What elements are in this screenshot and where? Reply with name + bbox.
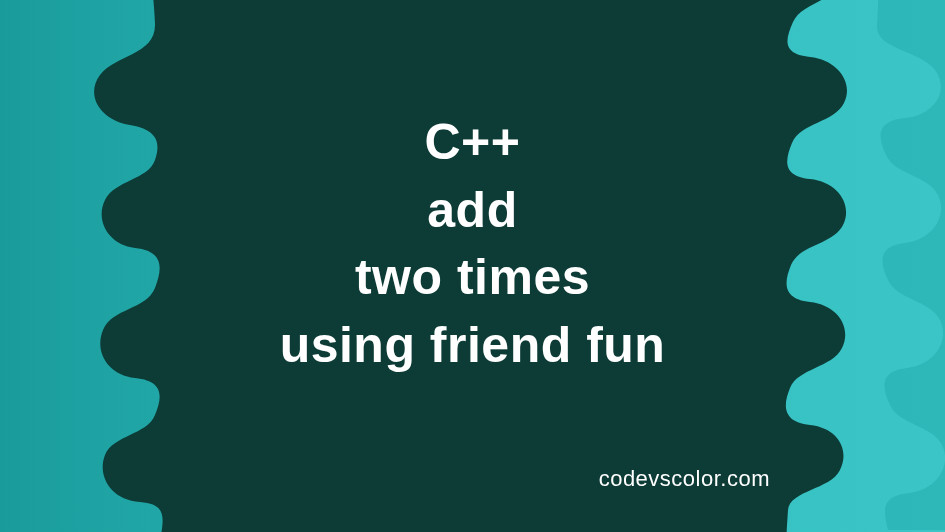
main-title: C++ add two times using friend fun <box>0 109 945 379</box>
title-line-1: C++ <box>0 109 945 177</box>
title-line-4: using friend fun <box>0 312 945 380</box>
site-credit: codevscolor.com <box>599 466 770 492</box>
title-line-2: add <box>0 177 945 245</box>
title-line-3: two times <box>0 244 945 312</box>
